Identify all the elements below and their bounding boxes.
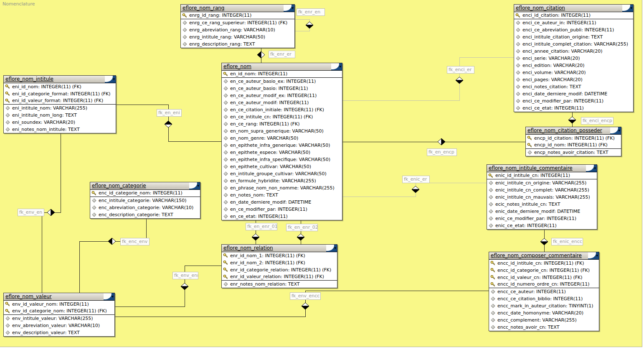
dropdown-fold-icon[interactable]: ▾ [105,76,116,83]
field-row: enr_id_nom_2: INTEGER(11) (FK) [222,259,337,266]
field-label: enci_id_citation: INTEGER(11) [522,13,591,18]
diamond-icon [223,150,228,155]
fk-label-fk_en_encp: fk_en_encp [427,148,457,156]
entity-table-eflore_nom_valeur[interactable]: eflore_nom_valeur▾env_id_valeur_nom: INT… [3,293,115,337]
diagram-canvas[interactable]: Nomenclature eflore_nom_rang▾enrg_id_ran… [0,0,642,347]
field-label: en_formule_hybridite: VARCHAR(255) [230,178,316,184]
dropdown-fold-icon[interactable]: ▾ [610,127,621,134]
table-name: eflore_nom_intitule [5,76,53,82]
field-row: en_ce_modifier_par: INTEGER(11) [222,206,342,213]
field-row: encp_notes_avoir_citation: TEXT [526,149,621,156]
field-label: encc_id_intitule_cn: INTEGER(11) (FK) [497,261,584,266]
table-header[interactable]: eflore_nom▾ [222,63,342,71]
field-row: enci_id_citation: INTEGER(11) [514,12,633,19]
dropdown-fold-icon[interactable]: ▾ [588,252,599,259]
relation-diamond-fk_enr_er [257,51,265,58]
table-header[interactable]: eflore_nom_categorie▾ [90,182,200,190]
entity-table-eflore_nom_citation_posseder[interactable]: eflore_nom_citation_posseder▾encp_id_cit… [525,127,621,156]
entity-table-eflore_nom_citation[interactable]: eflore_nom_citation▾enci_id_citation: IN… [514,4,634,112]
field-row: enic_intitule_cn_origine: VARCHAR(255) [487,179,597,186]
diamond-icon [515,63,521,68]
field-row: encc_id_valeur_cn: INTEGER(11) (FK) [489,274,599,281]
entity-table-eflore_nom[interactable]: eflore_nom▾en_id_nom: INTEGER(11)en_ce_a… [221,63,342,220]
fk-label-fk_enic_encc: fk_enic_encc [551,238,583,245]
field-label: enrg_id_rang: INTEGER(11) [189,13,251,18]
dropdown-fold-icon[interactable]: ▾ [331,63,342,70]
field-row: enc_intitule_categorie: VARCHAR(150) [90,197,200,204]
field-label: eni_id_valeur_format: INTEGER(11) (FK) [12,98,103,103]
relation-diamond-fk_en_eni [165,121,172,128]
relation-line-fk_enci_er [342,57,514,100]
field-label: en_ce_rang: INTEGER(11) (FK) [230,121,299,127]
table-header[interactable]: eflore_nom_intitule▾ [4,76,116,83]
field-row: enr_id_categorie_relation: INTEGER(11) (… [222,266,337,273]
table-header[interactable]: eflore_nom_citation▾ [514,5,633,12]
table-name: eflore_nom_citation_posseder [527,128,602,133]
field-row: eni_id_categorie_format: INTEGER(11) (FK… [4,90,116,97]
key-icon [223,267,228,273]
entity-table-eflore_nom_relation[interactable]: eflore_nom_relation▾enr_id_nom_1: INTEGE… [221,244,337,288]
entity-table-eflore_nom_intitule_commentaire[interactable]: eflore_nom_intitule_commentaire▾enic_id_… [487,164,597,230]
table-header[interactable]: eflore_nom_valeur▾ [4,293,114,301]
field-label: encp_id_nom: INTEGER(11) (FK) [534,142,608,148]
dropdown-fold-icon[interactable]: ▾ [104,293,114,300]
diamond-icon [223,86,228,91]
field-label: enc_abreviation_categorie: VARCHAR(10) [99,205,193,210]
field-row: encp_id_citation: INTEGER(11) (FK) [526,135,621,142]
dropdown-fold-icon[interactable]: ▾ [586,165,597,172]
field-row: en_formule_hybridite: VARCHAR(255) [222,177,342,184]
diamond-icon [182,20,188,26]
field-label: enr_id_nom_1: INTEGER(11) (FK) [230,253,305,258]
table-header[interactable]: eflore_nom_intitule_commentaire▾ [487,165,597,172]
field-row: en_epithete_cultivar: VARCHAR(50) [222,163,342,170]
field-row: enic_ce_etat: INTEGER(11) [487,222,597,229]
field-label: enc_id_categorie_nom: INTEGER(11) [99,190,183,196]
field-row: encc_id_intitule_cn: INTEGER(11) (FK) [489,260,599,267]
field-row: en_ce_auteur_basio: INTEGER(11) [222,85,342,92]
diamond-icon [488,216,494,221]
diamond-icon [182,27,188,33]
diamond-icon [223,164,228,169]
table-header[interactable]: eflore_nom_relation▾ [222,245,337,252]
entity-table-eflore_nom_composer_commentaire[interactable]: eflore_nom_composer_commentaire▾encc_id_… [489,252,599,331]
field-label: eni_id_categorie_format: INTEGER(11) (FK… [12,91,111,97]
table-header[interactable]: eflore_nom_citation_posseder▾ [526,127,621,135]
diamond-icon [91,198,97,203]
diamond-icon [515,98,521,104]
diamond-icon [223,214,228,219]
dropdown-fold-icon[interactable]: ▾ [622,5,633,12]
field-row: encc_date_homonyme: VARCHAR(20) [489,309,599,317]
dropdown-fold-icon[interactable]: ▾ [326,245,337,252]
entity-table-eflore_nom_intitule[interactable]: eflore_nom_intitule▾eni_id_nom: INTEGER(… [3,75,116,133]
field-label: env_abreviation_valeur: VARCHAR(10) [12,323,100,328]
diamond-icon [5,323,10,328]
field-row: en_nom_genre: VARCHAR(50) [222,135,342,142]
diamond-icon [223,281,228,287]
field-label: enrg_intitule_rang: VARCHAR(50) [189,34,265,40]
dropdown-fold-icon[interactable]: ▾ [284,5,294,12]
field-label: enci_notes_citation: TEXT [522,84,581,89]
diamond-icon [223,192,228,198]
field-row: eni_intitule_nom: VARCHAR(255) [4,105,116,112]
table-header[interactable]: eflore_nom_composer_commentaire▾ [489,252,599,260]
table-name: eflore_nom_citation [516,5,565,11]
field-row: en_notes_nom: TEXT [222,192,342,199]
table-name: eflore_nom_rang [183,5,224,11]
field-row: en_ce_auteur_modif: INTEGER(11) [222,99,342,106]
entity-table-eflore_nom_rang[interactable]: eflore_nom_rang▾enrg_id_rang: INTEGER(11… [180,4,295,48]
table-header[interactable]: eflore_nom_rang▾ [181,5,294,12]
diamond-icon [91,205,97,210]
dropdown-fold-icon[interactable]: ▾ [189,182,200,189]
field-row: enrg_ce_rang_superieur: INTEGER(11) (FK) [181,19,294,26]
field-row: enrg_description_rang: TEXT [181,41,294,48]
field-label: enic_date_derniere_modif: DATETIME [495,209,580,214]
relation-diamond-fk_en_enr_02 [297,234,304,240]
field-label: en_ce_citation_initiale: INTEGER(11) (FK… [230,107,324,112]
field-label: enic_id_intitule_cn: INTEGER(11) [495,173,570,178]
field-label: en_epithete_espece: VARCHAR(50) [230,150,310,155]
field-label: en_nom_genre: VARCHAR(50) [230,135,298,141]
diamond-icon [182,41,188,47]
entity-table-eflore_nom_categorie[interactable]: eflore_nom_categorie▾enc_id_categorie_no… [90,182,200,219]
field-label: en_intitule_groupe_cultivar: VARCHAR(50) [230,171,327,176]
field-label: enrg_ce_rang_superieur: INTEGER(11) (FK) [189,20,287,26]
